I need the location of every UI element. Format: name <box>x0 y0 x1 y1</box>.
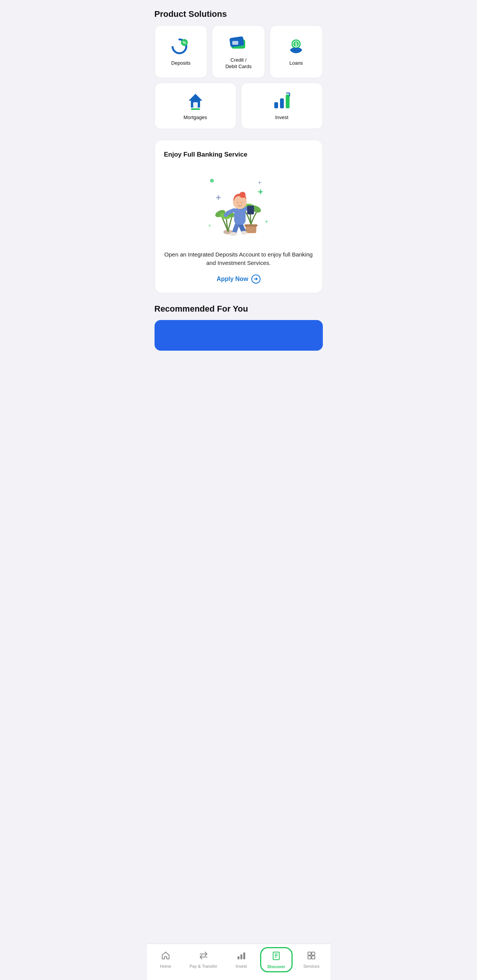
bottom-nav: Home Pay & Transfer Invest <box>147 944 330 980</box>
svg-point-28 <box>241 231 247 235</box>
svg-text:%: % <box>182 40 186 45</box>
svg-rect-11 <box>274 102 278 108</box>
product-card-invest[interactable]: Invest <box>241 83 323 129</box>
discover-icon <box>272 951 281 963</box>
invest-icon <box>272 91 292 111</box>
svg-text:+: + <box>258 179 261 186</box>
svg-text:+: + <box>208 222 211 229</box>
banking-illustration: + + + <box>164 166 313 243</box>
svg-point-14 <box>210 179 214 183</box>
product-grid-top: % Deposits Credit /Debit Cards <box>155 25 323 78</box>
svg-rect-5 <box>232 41 238 45</box>
product-solutions-title: Product Solutions <box>155 9 323 19</box>
svg-rect-40 <box>308 956 311 959</box>
svg-rect-36 <box>240 954 242 959</box>
credit-label: Credit /Debit Cards <box>225 57 252 70</box>
mortgages-icon <box>186 91 205 111</box>
svg-rect-10 <box>191 108 200 110</box>
svg-rect-13 <box>286 95 290 108</box>
pay-transfer-icon <box>199 951 208 962</box>
deposits-icon: % <box>171 36 191 56</box>
svg-point-34 <box>241 201 243 203</box>
page-content: Product Solutions % Deposits <box>147 0 330 389</box>
apply-now-arrow-icon: ➜ <box>251 274 260 284</box>
home-nav-label: Home <box>160 964 171 969</box>
nav-item-invest[interactable]: Invest <box>222 949 260 971</box>
nav-item-services[interactable]: Services <box>293 949 330 971</box>
recommended-preview <box>155 320 323 351</box>
svg-rect-37 <box>243 952 245 959</box>
product-card-deposits[interactable]: % Deposits <box>155 25 208 78</box>
svg-text:+: + <box>265 218 268 225</box>
nav-item-home[interactable]: Home <box>147 949 185 971</box>
recommended-title: Recommended For You <box>155 304 323 314</box>
banking-card-title: Enjoy Full Banking Service <box>164 151 313 158</box>
apply-now-label: Apply Now <box>217 276 248 283</box>
product-card-mortgages[interactable]: Mortgages <box>155 83 236 129</box>
invest-nav-label: Invest <box>236 964 247 969</box>
credit-icon <box>228 33 248 53</box>
svg-point-32 <box>239 192 246 198</box>
pay-transfer-nav-label: Pay & Transfer <box>189 964 217 969</box>
deposits-label: Deposits <box>171 60 191 67</box>
svg-text:$: $ <box>295 42 298 47</box>
svg-rect-35 <box>238 956 239 959</box>
svg-rect-41 <box>312 956 315 959</box>
invest-nav-icon <box>237 951 246 962</box>
services-icon <box>307 951 316 962</box>
services-nav-label: Services <box>303 964 319 969</box>
discover-nav-label: Discover <box>267 964 285 969</box>
svg-point-27 <box>230 232 237 236</box>
svg-rect-9 <box>193 102 198 108</box>
svg-rect-12 <box>280 98 284 108</box>
svg-rect-39 <box>312 952 315 955</box>
product-card-credit[interactable]: Credit /Debit Cards <box>212 25 265 78</box>
nav-item-discover[interactable]: Discover <box>260 947 292 972</box>
home-icon <box>161 951 170 962</box>
svg-rect-30 <box>247 206 254 214</box>
banking-service-card: Enjoy Full Banking Service + + + <box>155 140 323 293</box>
invest-label: Invest <box>275 114 288 121</box>
svg-point-33 <box>237 201 239 203</box>
loans-icon: $ <box>286 36 306 56</box>
nav-item-pay-transfer[interactable]: Pay & Transfer <box>184 949 222 971</box>
product-grid-bottom: Mortgages Invest <box>155 83 323 129</box>
svg-rect-38 <box>308 952 311 955</box>
discover-inner: Discover <box>260 947 292 972</box>
mortgages-label: Mortgages <box>184 114 207 121</box>
product-card-loans[interactable]: $ Loans <box>270 25 323 78</box>
banking-card-desc: Open an Integrated Deposits Account to e… <box>164 250 313 268</box>
apply-now-button[interactable]: Apply Now ➜ <box>164 274 313 284</box>
loans-label: Loans <box>289 60 303 67</box>
